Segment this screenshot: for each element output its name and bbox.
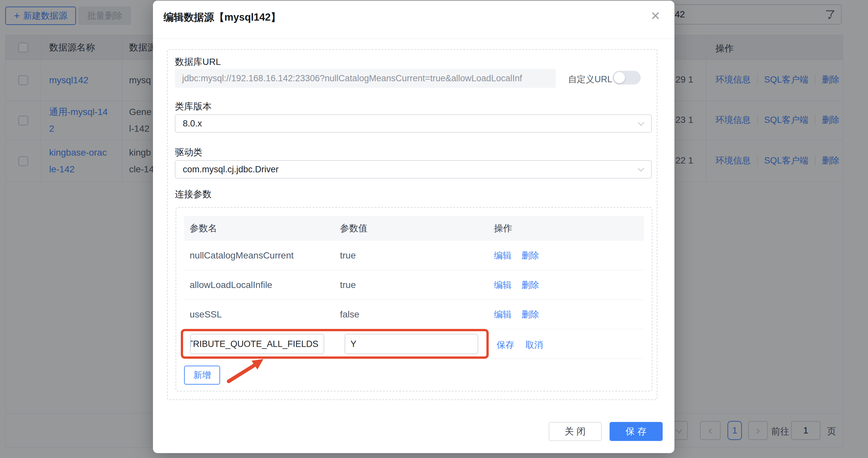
param-name: allowLoadLocalInfile (184, 280, 340, 290)
param-name: nullCatalogMeansCurrent (184, 250, 340, 261)
param-value: false (340, 309, 494, 320)
lib-version-label: 类库版本 (175, 100, 212, 113)
param-name-header: 参数名 (184, 222, 340, 235)
param-value-input[interactable]: Y (345, 334, 478, 354)
edit-param-link[interactable]: 编辑 (494, 309, 512, 320)
custom-url-toggle[interactable] (613, 71, 641, 85)
param-value: true (340, 250, 494, 261)
close-icon[interactable]: × (651, 8, 660, 24)
param-row: allowLoadLocalInfile true 编辑 删除 (184, 270, 644, 300)
save-param-link[interactable]: 保存 (497, 339, 514, 351)
conn-params-panel: 参数名 参数值 操作 nullCatalogMeansCurrent true … (176, 207, 652, 392)
modal-title: 编辑数据源【mysql142】 (163, 10, 281, 24)
modal-save-button[interactable]: 保 存 (610, 422, 663, 441)
annotation-arrow (225, 358, 268, 387)
delete-param-link[interactable]: 删除 (522, 309, 539, 320)
modal-header: 编辑数据源【mysql142】 × (153, 1, 675, 39)
lib-version-select[interactable]: 8.0.x (175, 114, 652, 133)
param-row: useSSL false 编辑 删除 (184, 300, 644, 329)
toggle-knob (614, 72, 625, 83)
param-edit-row: ATTRIBUTE_QUOTE_ALL_FIELDS Y 保存 取消 (184, 329, 644, 359)
param-value: true (340, 280, 494, 290)
conn-params-table: 参数名 参数值 操作 nullCatalogMeansCurrent true … (184, 216, 644, 359)
custom-url-label: 自定义URL (568, 73, 612, 85)
param-name-input[interactable]: ATTRIBUTE_QUOTE_ALL_FIELDS (190, 334, 324, 354)
driver-select[interactable]: com.mysql.cj.jdbc.Driver (175, 160, 652, 179)
edit-param-link[interactable]: 编辑 (494, 250, 512, 262)
edit-datasource-modal: 编辑数据源【mysql142】 × 数据库URL jdbc:mysql://19… (153, 1, 675, 453)
param-name: useSSL (184, 309, 340, 320)
screen: + 新建数据源 批量删除 42 数据源名称 数据源 mysql142 (0, 0, 868, 458)
cancel-param-link[interactable]: 取消 (525, 339, 543, 351)
db-url-label: 数据库URL (175, 56, 221, 68)
modal-body: 数据库URL jdbc:mysql://192.168.16.142:23306… (167, 49, 657, 400)
modal-close-button[interactable]: 关 闭 (549, 422, 602, 441)
param-value-header: 参数值 (340, 222, 494, 235)
delete-param-link[interactable]: 删除 (522, 279, 539, 291)
add-param-button[interactable]: 新增 (184, 366, 220, 385)
chevron-down-icon (638, 119, 644, 126)
driver-label: 驱动类 (175, 146, 203, 158)
params-header-row: 参数名 参数值 操作 (184, 216, 644, 241)
edit-param-link[interactable]: 编辑 (494, 279, 512, 291)
conn-params-label: 连接参数 (175, 188, 212, 201)
param-actions-header: 操作 (494, 222, 644, 235)
delete-param-link[interactable]: 删除 (522, 250, 539, 262)
chevron-down-icon (638, 165, 644, 172)
param-row: nullCatalogMeansCurrent true 编辑 删除 (184, 241, 644, 270)
db-url-input[interactable]: jdbc:mysql://192.168.16.142:23306?nullCa… (175, 69, 556, 88)
